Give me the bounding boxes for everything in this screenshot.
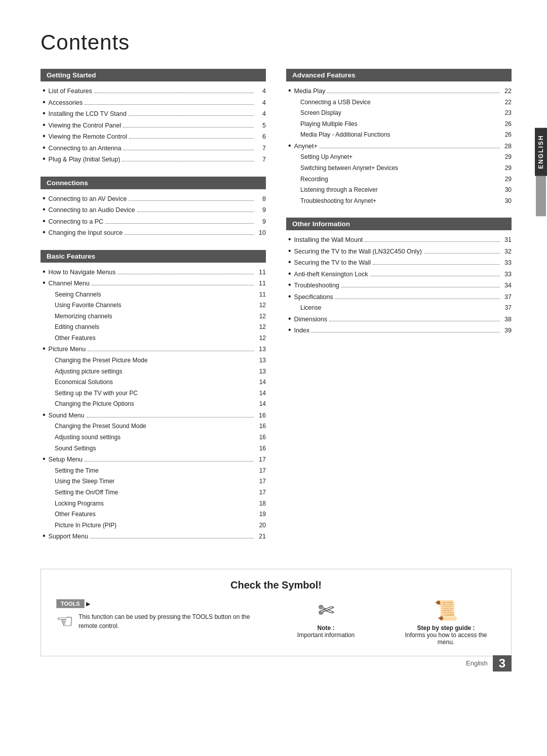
list-item: Listening through a Receiver 30 xyxy=(298,185,512,196)
item-label: Support Menu xyxy=(49,531,89,542)
page: Contents Getting Started • List of Featu… xyxy=(0,0,547,687)
sub-item-label: Changing the Preset Sound Mode xyxy=(55,421,256,432)
list-item: • Connecting to a PC 9 xyxy=(41,216,266,228)
sub-item-label: Setting the Time xyxy=(55,466,256,477)
sub-item-page: 18 xyxy=(256,498,266,510)
sub-item-page: 20 xyxy=(256,520,266,531)
list-item: Economical Solutions 14 xyxy=(53,377,266,388)
item-page: 33 xyxy=(501,269,512,280)
left-column: Getting Started • List of Features 4 • xyxy=(41,69,266,554)
tools-badge: TOOLS ▶ xyxy=(56,599,90,608)
section-connections: Connections • Connecting to an AV Device… xyxy=(41,177,266,239)
item-label: Connecting to an Audio Device xyxy=(49,204,135,216)
list-item: Setting up the TV with your PC 14 xyxy=(53,388,266,399)
item-label: Channel Menu xyxy=(49,278,90,289)
footer-page-number: 3 xyxy=(493,655,512,671)
specs-sub-list: License 37 xyxy=(286,303,512,314)
item-page: 5 xyxy=(256,120,266,132)
list-item: Playing Multiple Files 26 xyxy=(298,119,512,130)
sub-item-page: 17 xyxy=(256,476,266,487)
item-page: 39 xyxy=(501,325,512,337)
connections-list: • Connecting to an AV Device 8 • Connect… xyxy=(41,193,266,239)
section-advanced-features: Advanced Features • Media Play 22 Conne xyxy=(286,69,512,206)
item-label: Viewing the Remote Control xyxy=(49,131,127,143)
sub-item-label: Locking Programs xyxy=(55,498,256,510)
sub-item-label: Recording xyxy=(300,174,501,185)
list-item: Using the Sleep Timer 17 xyxy=(53,476,266,487)
sub-item-label: Media Play - Additional Functions xyxy=(300,130,501,141)
item-page: 28 xyxy=(501,141,512,152)
sub-item-label: Screen Display xyxy=(300,108,501,119)
item-label: Picture Menu xyxy=(49,344,86,355)
list-item: Screen Display 23 xyxy=(298,108,512,119)
english-label: ENGLISH xyxy=(535,128,547,176)
tools-hand-icon: ☜ xyxy=(56,610,73,633)
bullet-icon: • xyxy=(43,109,46,117)
item-label: Dimensions xyxy=(294,314,327,325)
section-header-advanced-features: Advanced Features xyxy=(286,69,512,81)
bullet-icon: • xyxy=(43,268,46,276)
sub-item-label: Using Favorite Channels xyxy=(55,300,256,311)
item-label: Plug & Play (Initial Setup) xyxy=(49,154,121,165)
list-item: Recording 29 xyxy=(298,174,512,185)
item-page: 21 xyxy=(256,531,266,542)
list-item: • How to Navigate Menus 11 xyxy=(41,267,266,278)
section-header-other-information: Other Information xyxy=(286,218,512,230)
sub-item-page: 30 xyxy=(501,185,512,196)
sub-item-label: Adjusting picture settings xyxy=(55,366,256,377)
item-label: Sound Menu xyxy=(49,410,85,422)
list-item: Troubleshooting for Anynet+ 30 xyxy=(298,196,512,207)
sound-sub-list: Changing the Preset Sound Mode 16 Adjust… xyxy=(41,421,266,454)
bullet-icon: • xyxy=(288,87,291,95)
symbol-row: TOOLS ▶ ☜ This function can be used by p… xyxy=(56,599,496,646)
sub-item-page: 16 xyxy=(256,432,266,443)
item-page: 9 xyxy=(256,204,266,216)
note-icon: ✄ xyxy=(318,599,334,621)
list-item: • Connecting to an Audio Device 9 xyxy=(41,204,266,216)
item-label: Viewing the Control Panel xyxy=(49,120,122,132)
list-item: • Channel Menu 11 xyxy=(41,278,266,289)
check-symbol-section: Check the Symbol! TOOLS ▶ ☜ This functio… xyxy=(41,569,512,656)
item-page: 32 xyxy=(501,246,512,258)
list-item: Switching between Anynet+ Devices 29 xyxy=(298,163,512,174)
bullet-icon: • xyxy=(43,155,46,163)
sub-item-page: 19 xyxy=(256,509,266,520)
bullet-icon: • xyxy=(288,247,291,255)
item-page: 11 xyxy=(256,267,266,278)
bullet-icon: • xyxy=(43,532,46,540)
section-other-information: Other Information • Installing the Wall … xyxy=(286,218,512,337)
sub-item-page: 14 xyxy=(256,399,266,410)
sub-item-label: Playing Multiple Files xyxy=(300,119,501,130)
guide-label: Step by step guide : Informs you how to … xyxy=(396,624,496,646)
anynet-sub-list: Setting Up Anynet+ 29 Switching between … xyxy=(286,152,512,206)
list-item: • Securing the TV to the Wall 33 xyxy=(286,257,512,269)
item-label: Installing the LCD TV Stand xyxy=(49,108,127,120)
sub-item-label: Picture In Picture (PIP) xyxy=(55,520,256,531)
bullet-icon: • xyxy=(288,142,291,150)
sub-item-label: Troubleshooting for Anynet+ xyxy=(300,196,501,207)
list-item: Sound Settings 16 xyxy=(53,443,266,454)
bullet-icon: • xyxy=(43,194,46,202)
list-item: Seeing Channels 11 xyxy=(53,289,266,301)
bullet-icon: • xyxy=(288,326,291,334)
sub-item-label: Setting Up Anynet+ xyxy=(300,152,501,163)
sub-item-page: 12 xyxy=(256,333,266,344)
sub-item-label: Changing the Preset Picture Mode xyxy=(55,355,256,366)
item-label: Connecting to a PC xyxy=(49,216,103,228)
section-getting-started: Getting Started • List of Features 4 • xyxy=(41,69,266,165)
bullet-icon: • xyxy=(43,132,46,140)
footer-language: English xyxy=(466,659,488,667)
sub-item-label: Economical Solutions xyxy=(55,377,256,388)
check-symbol-title: Check the Symbol! xyxy=(56,579,496,591)
list-item: • Viewing the Remote Control 6 xyxy=(41,131,266,143)
bullet-icon: • xyxy=(43,228,46,236)
sub-item-label: Sound Settings xyxy=(55,443,256,454)
item-label: List of Features xyxy=(49,86,92,97)
section-header-connections: Connections xyxy=(41,177,266,189)
item-page: 9 xyxy=(256,216,266,228)
bullet-icon: • xyxy=(43,217,46,225)
item-label: Accessories xyxy=(49,97,83,109)
list-item: Using Favorite Channels 12 xyxy=(53,300,266,311)
bullet-icon: • xyxy=(43,279,46,287)
sub-item-page: 29 xyxy=(501,174,512,185)
